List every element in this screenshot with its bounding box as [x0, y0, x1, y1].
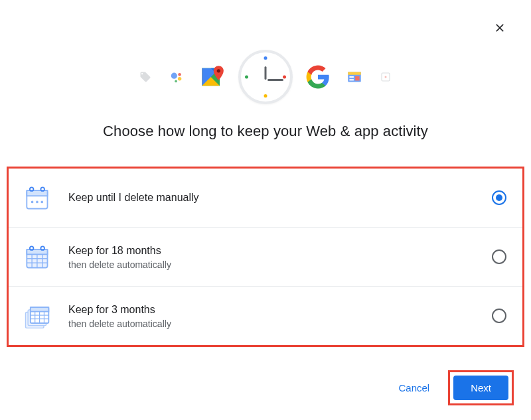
- svg-rect-10: [348, 72, 361, 74]
- svg-rect-11: [349, 76, 354, 78]
- svg-point-18: [30, 187, 33, 191]
- dialog-footer: Cancel Next: [386, 370, 514, 405]
- cancel-button[interactable]: Cancel: [386, 376, 441, 400]
- option-text: Keep for 3 months then delete automatica…: [68, 303, 492, 329]
- next-button-highlight: Next: [448, 370, 514, 405]
- google-g-icon: [305, 64, 331, 90]
- maps-icon: [200, 64, 226, 90]
- svg-point-26: [40, 246, 44, 250]
- svg-point-3: [175, 80, 177, 83]
- option-keep-manual[interactable]: Keep until I delete manually: [9, 169, 522, 228]
- radio-unselected[interactable]: [492, 249, 506, 264]
- option-label: Keep for 3 months: [68, 303, 492, 317]
- options-list-highlight: Keep until I delete manually: [7, 167, 524, 347]
- svg-point-1: [178, 73, 181, 76]
- svg-rect-35: [31, 307, 48, 311]
- svg-point-8: [217, 69, 220, 72]
- option-label: Keep until I delete manually: [68, 190, 492, 205]
- svg-point-25: [30, 246, 33, 250]
- calendar-dots-icon: [22, 183, 51, 212]
- svg-point-20: [31, 201, 34, 204]
- svg-rect-13: [355, 76, 360, 81]
- news-icon: [343, 66, 366, 88]
- option-subtitle: then delete automatically: [68, 259, 492, 270]
- option-text: Keep until I delete manually: [68, 190, 492, 205]
- close-button[interactable]: [492, 20, 508, 36]
- svg-point-19: [40, 187, 44, 191]
- option-text: Keep for 18 months then delete automatic…: [68, 244, 492, 270]
- svg-point-0: [171, 73, 177, 79]
- close-icon: [493, 21, 506, 35]
- calendar-grid-icon: [22, 242, 51, 271]
- assistant-icon: [165, 66, 188, 88]
- svg-point-15: [385, 76, 387, 78]
- svg-point-22: [40, 201, 43, 204]
- auto-delete-dialog: Choose how long to keep your Web & app a…: [0, 0, 531, 420]
- svg-rect-17: [27, 190, 47, 196]
- svg-rect-12: [349, 79, 354, 80]
- svg-point-2: [178, 77, 182, 81]
- radio-unselected[interactable]: [492, 309, 506, 323]
- photos-icon: [378, 69, 394, 85]
- calendar-stack-icon: [22, 301, 51, 330]
- clock-icon: [238, 50, 293, 104]
- radio-selected[interactable]: [492, 190, 506, 205]
- svg-rect-24: [27, 249, 47, 254]
- header-icons-row: [0, 50, 531, 104]
- svg-point-21: [36, 201, 38, 204]
- option-label: Keep for 18 months: [68, 244, 492, 258]
- option-subtitle: then delete automatically: [68, 318, 492, 329]
- dialog-title: Choose how long to keep your Web & app a…: [0, 123, 531, 140]
- option-keep-18-months[interactable]: Keep for 18 months then delete automatic…: [9, 228, 522, 287]
- next-button[interactable]: Next: [453, 376, 508, 400]
- tag-icon: [137, 69, 153, 85]
- option-keep-3-months[interactable]: Keep for 3 months then delete automatica…: [9, 287, 522, 345]
